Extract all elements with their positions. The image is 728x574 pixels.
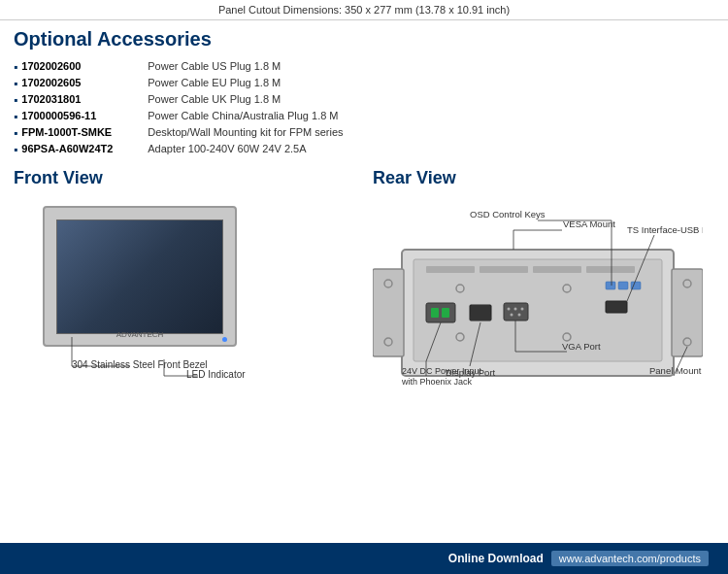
- part-number: 1702002605: [21, 77, 148, 88]
- bullet-icon: ▪: [14, 77, 17, 90]
- front-view-title: Front View: [14, 168, 373, 188]
- svg-rect-30: [672, 269, 703, 356]
- list-item: ▪ 1700000596-11 Power Cable China/Austra…: [14, 110, 714, 123]
- footer-url: www.advantech.com/products: [551, 551, 709, 566]
- svg-rect-24: [606, 301, 627, 313]
- part-description: Power Cable US Plug 1.8 M: [148, 60, 281, 72]
- footer-bar: Online Download www.advantech.com/produc…: [0, 543, 728, 574]
- rear-view-svg: VESA Mount OSD Control Keys TS Interface…: [373, 196, 703, 410]
- svg-point-20: [518, 314, 521, 317]
- part-description: Power Cable EU Plug 1.8 M: [148, 77, 281, 88]
- svg-text:VGA Port: VGA Port: [562, 341, 601, 352]
- part-description: Power Cable China/Australia Plug 1.8 M: [148, 110, 338, 121]
- svg-point-16: [508, 308, 511, 311]
- led-label: LED Indicator: [186, 369, 246, 380]
- part-description: Desktop/Wall Mounting kit for FPM series: [148, 126, 343, 138]
- svg-rect-9: [586, 266, 635, 273]
- rear-diagram: VESA Mount OSD Control Keys TS Interface…: [373, 196, 674, 410]
- bullet-icon: ▪: [14, 126, 17, 140]
- accessories-title: Optional Accessories: [14, 28, 714, 52]
- accessories-list: ▪ 1702002600 Power Cable US Plug 1.8 M ▪…: [14, 60, 714, 156]
- front-view-section: Front View ADVANTECH: [14, 168, 373, 410]
- svg-rect-15: [504, 303, 528, 321]
- list-item: ▪ 1702002600 Power Cable US Plug 1.8 M: [14, 60, 714, 74]
- svg-text:VESA Mount: VESA Mount: [563, 219, 615, 229]
- part-number: 96PSA-A60W24T2: [21, 143, 148, 154]
- list-item: ▪ 1702031801 Power Cable UK Plug 1.8 M: [14, 93, 714, 107]
- svg-point-18: [521, 308, 524, 311]
- list-item: ▪ 96PSA-A60W24T2 Adapter 100-240V 60W 24…: [14, 143, 714, 156]
- svg-rect-7: [480, 266, 528, 273]
- list-item: ▪ 1702002605 Power Cable EU Plug 1.8 M: [14, 77, 714, 90]
- part-description: Adapter 100-240V 60W 24V 2.5A: [148, 143, 306, 154]
- part-number: 1702002600: [21, 60, 148, 72]
- svg-rect-22: [618, 282, 628, 289]
- svg-rect-8: [533, 266, 581, 273]
- svg-text:TS Interface-USB Port: TS Interface-USB Port: [627, 224, 703, 235]
- svg-rect-10: [426, 303, 455, 322]
- svg-text:OSD Control Keys: OSD Control Keys: [470, 209, 546, 219]
- svg-point-17: [514, 308, 517, 311]
- bullet-icon: ▪: [14, 93, 17, 107]
- bullet-icon: ▪: [14, 143, 17, 156]
- svg-point-19: [511, 314, 513, 317]
- part-number: 1702031801: [21, 93, 148, 105]
- svg-rect-11: [431, 308, 439, 318]
- svg-rect-6: [426, 266, 475, 273]
- footer-label: Online Download: [448, 552, 544, 565]
- part-description: Power Cable UK Plug 1.8 M: [148, 93, 281, 105]
- svg-text:Display Port: Display Port: [446, 367, 496, 378]
- svg-text:Panel Mount: Panel Mount: [649, 365, 702, 376]
- bullet-icon: ▪: [14, 60, 17, 74]
- list-item: ▪ FPM-1000T-SMKE Desktop/Wall Mounting k…: [14, 126, 714, 140]
- svg-rect-29: [373, 269, 404, 356]
- svg-text:with Phoenix Jack: with Phoenix Jack: [401, 377, 473, 387]
- rear-view-section: Rear View: [373, 168, 714, 410]
- views-section: Front View ADVANTECH: [14, 168, 714, 410]
- main-content: Optional Accessories ▪ 1702002600 Power …: [0, 20, 728, 410]
- svg-marker-14: [470, 305, 491, 321]
- part-number: 1700000596-11: [21, 110, 148, 121]
- header-dimensions: Panel Cutout Dimensions: 350 x 277 mm (1…: [0, 0, 728, 20]
- bullet-icon: ▪: [14, 110, 17, 123]
- svg-rect-12: [442, 308, 449, 318]
- svg-rect-21: [606, 282, 615, 289]
- rear-view-title: Rear View: [373, 168, 714, 188]
- part-number: FPM-1000T-SMKE: [21, 126, 148, 138]
- front-view-callout-svg: [14, 196, 344, 410]
